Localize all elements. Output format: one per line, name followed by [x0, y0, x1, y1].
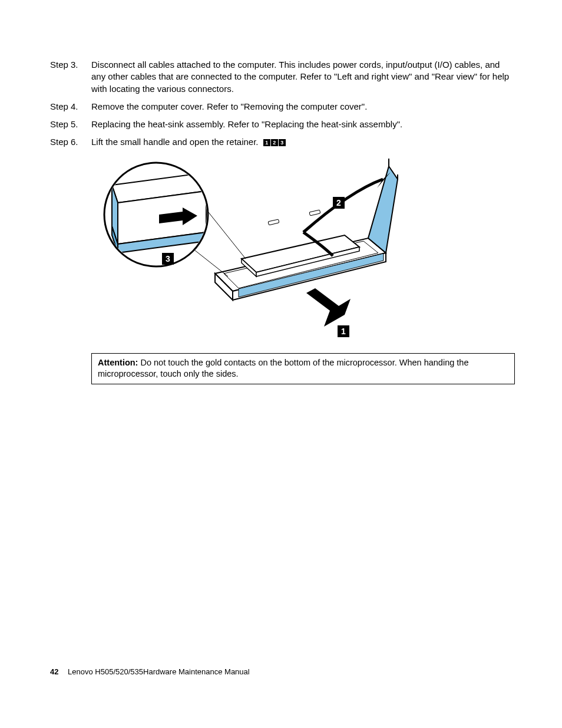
callout-3-icon: 3: [279, 139, 286, 146]
figure-callout-1: 1: [338, 325, 349, 337]
svg-line-26: [194, 250, 228, 276]
svg-text:1: 1: [341, 327, 346, 336]
svg-rect-7: [268, 219, 279, 225]
figure-callout-2: 2: [333, 197, 345, 209]
page-number: 42: [50, 667, 58, 676]
arrow-1: [306, 288, 351, 327]
step-text: Replacing the heat-sink assembly. Refer …: [91, 118, 515, 130]
svg-marker-13: [306, 288, 351, 327]
svg-text:2: 2: [336, 198, 341, 207]
step-label: Step 6.: [50, 136, 91, 148]
step-label: Step 5.: [50, 118, 91, 130]
attention-text: Do not touch the gold contacts on the bo…: [98, 358, 468, 379]
callout-1-icon: 1: [263, 139, 270, 146]
page-content: Step 3. Disconnect all cables attached t…: [0, 0, 562, 384]
page-footer: 42 Lenovo H505/520/535Hardware Maintenan…: [50, 667, 250, 676]
step-label: Step 4.: [50, 101, 91, 113]
detail-inset: [104, 163, 246, 276]
step6-text: Lift the small handle and open the retai…: [91, 137, 259, 147]
step-3: Step 3. Disconnect all cables attached t…: [50, 59, 515, 95]
step-5: Step 5. Replacing the heat-sink assembly…: [50, 118, 515, 130]
retainer-lid: [368, 159, 398, 253]
inline-callout-group: 1 2 3: [263, 139, 286, 146]
attention-box: Attention: Do not touch the gold contact…: [91, 353, 515, 384]
attention-label: Attention:: [98, 358, 138, 367]
footer-title: Lenovo H505/520/535Hardware Maintenance …: [68, 667, 250, 676]
step-text: Lift the small handle and open the retai…: [91, 136, 515, 148]
figure-callout-3: 3: [162, 253, 174, 265]
diagram-svg: 2 1: [91, 156, 415, 344]
svg-text:3: 3: [166, 254, 170, 263]
step-label: Step 3.: [50, 59, 91, 95]
svg-rect-8: [309, 209, 320, 215]
callout-2-icon: 2: [271, 139, 278, 146]
svg-line-27: [208, 212, 246, 259]
step-6: Step 6. Lift the small handle and open t…: [50, 136, 515, 148]
step-text: Remove the computer cover. Refer to "Rem…: [91, 101, 515, 113]
step-text: Disconnect all cables attached to the co…: [91, 59, 515, 95]
step-4: Step 4. Remove the computer cover. Refer…: [50, 101, 515, 113]
microprocessor-figure: 2 1: [91, 156, 515, 346]
